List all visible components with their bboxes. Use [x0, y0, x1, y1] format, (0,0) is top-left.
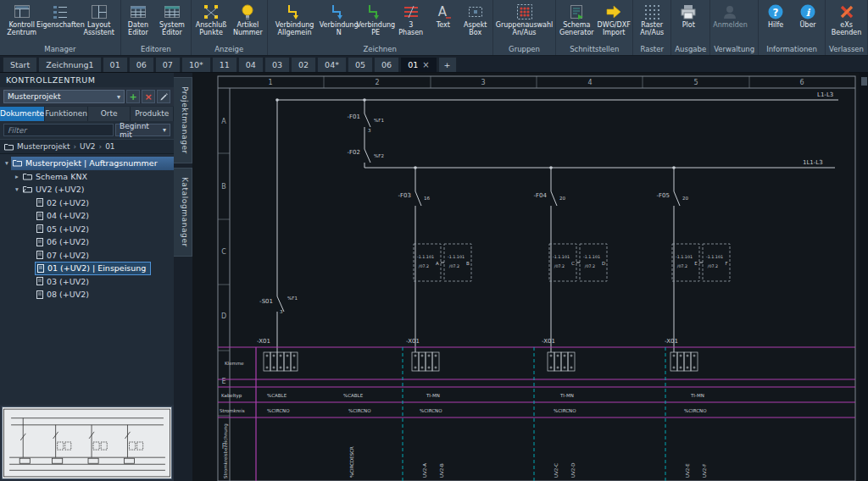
doc-tab[interactable]: 06	[129, 57, 154, 72]
breadcrumb-separator: ›	[99, 142, 103, 151]
artikelnummer-button[interactable]: Artikel Nummer	[230, 1, 265, 38]
eigenschaften-label: Eigenschaften	[36, 22, 85, 30]
verbindung-allgemein-button[interactable]: Verbindung Allgemein	[269, 1, 321, 38]
verbindung-pe-button[interactable]: Verbindung PE	[357, 1, 395, 38]
drei-phasen-button[interactable]: 3 Phasen	[395, 1, 427, 38]
tree-item-doc[interactable]: 06 (+UV2)	[0, 235, 174, 249]
x01-label: -X01	[257, 338, 270, 345]
edit-project-button[interactable]	[157, 90, 170, 103]
panel-expander-icon[interactable]	[861, 77, 867, 86]
s01-value: 3	[280, 309, 283, 314]
schema-generator-button[interactable]: Schema Generator	[557, 1, 596, 38]
daten-editor-button[interactable]: Daten Editor	[122, 1, 154, 38]
tree-item-root[interactable]: ▾ Musterprojekt | Auftragsnummer	[0, 157, 174, 170]
document-icon	[36, 290, 43, 299]
doc-tab[interactable]: Zeichnung1	[38, 57, 101, 72]
sidebar-tab-bar: Dokumente Funktionen Orte Produkte	[0, 106, 174, 121]
expander-icon[interactable]: ▸	[13, 173, 21, 180]
verbindung-n-button[interactable]: Verbindung N	[321, 1, 357, 38]
gruppenauswahl-button[interactable]: Gruppenauswahl An/Aus	[494, 1, 555, 38]
hilfe-button[interactable]: ? Hilfe	[760, 1, 792, 30]
right-panel-strip[interactable]	[860, 73, 868, 481]
doc-tab[interactable]: 03	[264, 57, 290, 72]
exs-beenden-button[interactable]: eXs Beenden	[826, 1, 866, 38]
tree-item-doc[interactable]: 02 (+UV2)	[0, 196, 174, 210]
breadcrumb-segment[interactable]: Musterprojekt	[17, 142, 70, 151]
doc-tab[interactable]: 05	[348, 57, 373, 72]
f03-rating: 16	[424, 196, 430, 201]
expander-icon[interactable]: ▾	[13, 185, 21, 193]
doc-tab[interactable]: 11	[212, 57, 237, 72]
tab-dokumente[interactable]: Dokumente	[0, 107, 45, 121]
new-tab-button[interactable]: +	[438, 57, 457, 72]
doc-tab[interactable]: 04*	[317, 57, 347, 72]
tab-orte[interactable]: Orte	[88, 107, 131, 121]
text-button[interactable]: A Text	[427, 1, 459, 30]
doc-tab[interactable]: 06	[374, 57, 399, 72]
doc-tab-active[interactable]: 01 ×	[400, 57, 437, 72]
system-editor-label: System Editor	[156, 22, 188, 37]
filter-mode-select[interactable]: Beginnt mit ▾	[115, 124, 170, 136]
row-label-stromkreis: Stromkreis	[220, 408, 245, 413]
tree-item-doc[interactable]: 08 (+UV2)	[0, 288, 174, 301]
ribbon: Kontroll Zentrum Eigenschaften Layout As…	[0, 0, 868, 56]
tree-item-doc[interactable]: 03 (+UV2)	[0, 275, 174, 289]
doc-tab-start[interactable]: Start	[3, 57, 37, 72]
svg-text:B: B	[221, 183, 226, 191]
doc-tab[interactable]: 04	[238, 57, 264, 72]
row-label-klemme: Klemme	[225, 361, 244, 366]
svg-text:-1.1.101: -1.1.101	[583, 255, 600, 259]
doc-tab[interactable]: 01	[103, 57, 128, 72]
tab-produkte[interactable]: Produkte	[131, 107, 174, 121]
doc-tab[interactable]: 07	[155, 57, 181, 72]
preview-thumbnail[interactable]	[2, 406, 172, 479]
tree-item-content: 01 (+UV2) | Einspeisung	[35, 262, 151, 275]
tab-funktionen[interactable]: Funktionen	[45, 107, 88, 121]
tree-item-uv2[interactable]: ▾ UV2 (+UV2)	[0, 183, 174, 196]
row-label-kabeltyp: Kabeltyp	[221, 393, 242, 399]
ribbon-group-verlassen: eXs Beenden Verlassen	[826, 0, 868, 55]
aspekt-box-button[interactable]: Aspekt Box	[459, 1, 492, 38]
breadcrumb-segment[interactable]: UV2	[80, 142, 95, 151]
expander-icon[interactable]: ▾	[3, 159, 11, 167]
tab-katalogmanager[interactable]: Katalogmanager	[174, 168, 192, 257]
svg-text:A: A	[221, 118, 226, 125]
svg-text:5: 5	[693, 79, 698, 86]
eigenschaften-button[interactable]: Eigenschaften	[42, 1, 78, 30]
tree-item-doc[interactable]: 05 (+UV2)	[0, 223, 174, 236]
system-editor-button[interactable]: System Editor	[154, 1, 190, 38]
kontrollzentrum-button[interactable]: Kontroll Zentrum	[1, 1, 42, 38]
folder-icon	[13, 159, 22, 167]
project-select[interactable]: Musterprojekt ▾	[3, 90, 125, 103]
tree-item-content: 04 (+UV2)	[35, 209, 93, 223]
layout-assistent-button[interactable]: Layout Assistent	[78, 1, 119, 38]
tree-item-doc[interactable]: 04 (+UV2)	[0, 209, 174, 223]
anmelden-button[interactable]: Anmelden	[711, 1, 749, 30]
tree-item-doc-current[interactable]: 01 (+UV2) | Einspeisung	[0, 262, 174, 275]
document-icon	[36, 238, 43, 246]
filter-input[interactable]	[3, 124, 114, 136]
raster-button[interactable]: Raster An/Aus	[634, 1, 670, 38]
tree-item-schema-knx[interactable]: ▸ Schema KNX	[0, 170, 174, 184]
tab-projektmanager[interactable]: Projektmanager	[174, 77, 192, 163]
add-project-button[interactable]: +	[126, 90, 140, 103]
dwg-dxf-import-button[interactable]: DWG/DXF Import	[596, 1, 632, 38]
tree-item-doc[interactable]: 07 (+UV2)	[0, 249, 174, 263]
drawing-canvas[interactable]: 1 2 3 4 5 6 A B C D E F	[192, 73, 860, 481]
document-icon	[36, 224, 43, 233]
ueber-button[interactable]: i Über	[792, 1, 824, 30]
doc-tab[interactable]: 10*	[181, 57, 211, 72]
delete-project-button[interactable]: ×	[142, 90, 155, 103]
svg-text:UV2-A: UV2-A	[422, 463, 427, 478]
svg-text:TI-MN: TI-MN	[690, 393, 704, 398]
close-tab-icon[interactable]: ×	[422, 60, 429, 69]
doc-tab[interactable]: 02	[291, 57, 316, 72]
drei-phasen-label: 3 Phasen	[397, 22, 426, 37]
plot-button[interactable]: Plot	[672, 1, 704, 30]
tree-item-label: 07 (+UV2)	[47, 251, 89, 260]
svg-text:%CIRCNO: %CIRCNO	[554, 408, 576, 413]
breadcrumb-segment[interactable]: 01	[105, 142, 114, 151]
chevron-down-icon: ▾	[117, 93, 120, 101]
svg-text:UV2-D: UV2-D	[570, 462, 576, 478]
anschlusspunkte-button[interactable]: Anschluß Punkte	[192, 1, 230, 38]
